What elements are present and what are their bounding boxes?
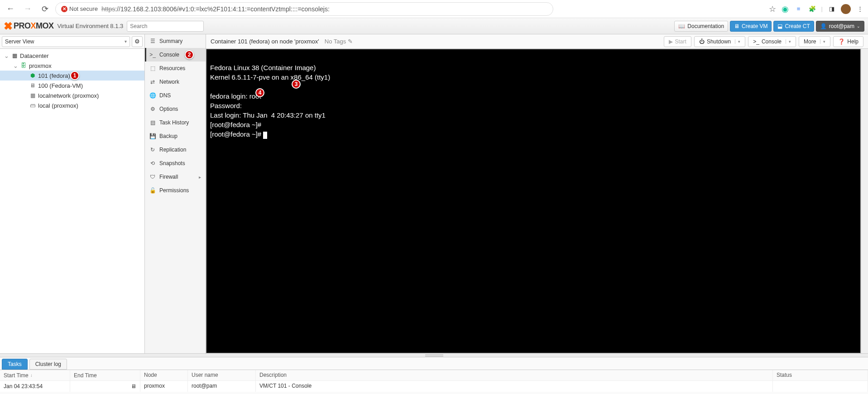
col-description[interactable]: Description — [256, 370, 773, 380]
menu-summary[interactable]: ☰ Summary — [145, 34, 206, 48]
view-selector[interactable]: Server View ▾ — [2, 36, 130, 47]
panel-splitter[interactable] — [0, 354, 868, 357]
storage-icon: 🗃 — [29, 102, 36, 109]
expander-icon[interactable]: ⌄ — [13, 62, 18, 69]
annotation-badge-3: 3 — [292, 80, 301, 89]
url-text: https://192.168.2.103:8006/#v1:0:=lxc%2F… — [101, 5, 330, 13]
sort-down-icon: ↓ — [30, 373, 33, 378]
chevron-down-icon: ▾ — [125, 39, 127, 44]
exchange-icon: ⇄ — [149, 79, 156, 85]
tree-localnetwork[interactable]: ▦ localnetwork (proxmox) — [0, 90, 144, 100]
user-icon: 👤 — [820, 23, 827, 29]
menu-network[interactable]: ⇄ Network — [145, 75, 206, 89]
annotation-badge-2: 2 — [185, 50, 194, 59]
col-node[interactable]: Node — [140, 370, 188, 380]
grammarly-icon[interactable]: ◉ — [781, 5, 790, 14]
list-icon: ☰ — [149, 38, 156, 44]
content-panel: Container 101 (fedora) on node 'proxmox'… — [206, 34, 868, 353]
chevron-right-icon: ▸ — [199, 175, 201, 180]
tree-vm-100[interactable]: 🖥 100 (Fedora-VM) — [0, 81, 144, 90]
extension-icon[interactable]: ≡ — [794, 5, 803, 14]
app-header: ✖ PROXMOX Virtual Environment 8.1.3 📖 Do… — [0, 18, 868, 34]
resource-menu: ☰ Summary >_ Console 2 ⬚ Resources ⇄ Net… — [145, 34, 206, 353]
menu-firewall[interactable]: 🛡 Firewall ▸ — [145, 170, 206, 184]
cursor — [263, 132, 267, 139]
tree-storage-local[interactable]: 🗃 local (proxmox) — [0, 100, 144, 110]
menu-console[interactable]: >_ Console 2 — [145, 48, 206, 62]
tags-editor[interactable]: No Tags ✎ — [325, 38, 353, 45]
monitor-icon: 🖥 — [131, 383, 136, 389]
save-icon: 💾 — [149, 133, 156, 139]
more-button[interactable]: More ▾ — [799, 36, 830, 47]
col-status[interactable]: Status — [773, 370, 868, 380]
console-button[interactable]: >_ Console ▾ — [748, 36, 796, 47]
tree-ct-101[interactable]: ⬢ 101 (fedora) 1 — [0, 71, 144, 81]
col-end-time[interactable]: End Time — [70, 370, 140, 380]
chevron-down-icon[interactable]: ▾ — [786, 39, 791, 44]
user-menu-button[interactable]: 👤 root@pam ⌄ — [816, 21, 864, 32]
reload-button[interactable]: ⟳ — [38, 2, 52, 16]
monitor-icon: 🖥 — [734, 23, 739, 29]
history-icon: ⟲ — [149, 160, 156, 166]
forward-button[interactable]: → — [21, 2, 34, 16]
menu-replication[interactable]: ↻ Replication — [145, 143, 206, 157]
retweet-icon: ↻ — [149, 147, 156, 153]
task-table-header: Start Time ↓ End Time Node User name Des… — [0, 370, 868, 381]
menu-resources[interactable]: ⬚ Resources — [145, 62, 206, 75]
site-security[interactable]: ✕ Not secure — [61, 5, 98, 12]
search-input[interactable] — [127, 21, 204, 32]
cube-icon: ⬚ — [149, 65, 156, 71]
col-start-time[interactable]: Start Time ↓ — [0, 370, 70, 380]
terminal-icon: >_ — [149, 52, 156, 58]
extensions-puzzle-icon[interactable]: 🧩 — [808, 5, 817, 14]
chevron-down-icon[interactable]: ▾ — [820, 39, 825, 44]
col-user[interactable]: User name — [188, 370, 256, 380]
back-button[interactable]: ← — [4, 2, 17, 16]
globe-icon: 🌐 — [149, 92, 156, 99]
bottom-panel: Tasks Cluster log Start Time ↓ End Time … — [0, 353, 868, 394]
resource-tree: ⌄ ▦ Datacenter ⌄ 🗄 proxmox ⬢ 101 (fedora… — [0, 49, 144, 353]
not-secure-icon: ✕ — [61, 6, 67, 12]
network-icon: ▦ — [29, 92, 36, 99]
menu-permissions[interactable]: 🔓 Permissions — [145, 184, 206, 197]
bookmark-icon[interactable]: ☆ — [769, 4, 776, 14]
documentation-button[interactable]: 📖 Documentation — [674, 21, 728, 32]
menu-snapshots[interactable]: ⟲ Snapshots — [145, 157, 206, 170]
proxmox-logo[interactable]: ✖ PROXMOX — [4, 20, 54, 33]
browser-menu-icon[interactable]: ⋮ — [855, 5, 864, 14]
container-icon: ⬢ — [29, 72, 36, 79]
annotation-badge-4: 4 — [255, 88, 264, 97]
tab-tasks[interactable]: Tasks — [2, 359, 28, 370]
gear-icon: ⚙ — [134, 38, 140, 45]
datacenter-icon: ▦ — [11, 52, 18, 59]
tree-settings-button[interactable]: ⚙ — [132, 36, 143, 47]
address-bar[interactable]: ✕ Not secure https://192.168.2.103:8006/… — [55, 2, 553, 16]
browser-toolbar: ← → ⟳ ✕ Not secure https://192.168.2.103… — [0, 0, 868, 18]
menu-options[interactable]: ⚙ Options — [145, 102, 206, 116]
task-row[interactable]: Jan 04 23:43:54 🖥 proxmox root@pam VM/CT… — [0, 381, 868, 392]
shutdown-button[interactable]: ⏻ Shutdown ▾ — [694, 36, 745, 47]
left-panel: Server View ▾ ⚙ ⌄ ▦ Datacenter ⌄ 🗄 proxm… — [0, 34, 145, 353]
help-icon: ❓ — [838, 38, 845, 45]
create-vm-button[interactable]: 🖥 Create VM — [730, 21, 772, 32]
tree-datacenter[interactable]: ⌄ ▦ Datacenter — [0, 51, 144, 61]
not-secure-label: Not secure — [69, 5, 98, 12]
tab-cluster-log[interactable]: Cluster log — [29, 359, 67, 370]
monitor-icon: 🖥 — [29, 82, 36, 89]
menu-task-history[interactable]: ▤ Task History — [145, 116, 206, 129]
menu-dns[interactable]: 🌐 DNS — [145, 89, 206, 102]
expander-icon[interactable]: ⌄ — [4, 52, 9, 59]
chevron-down-icon[interactable]: ▾ — [735, 39, 740, 44]
terminal-icon: >_ — [753, 38, 759, 45]
console-scrollbar[interactable] — [861, 49, 868, 353]
tree-node-proxmox[interactable]: ⌄ 🗄 proxmox — [0, 61, 144, 71]
main-area: Server View ▾ ⚙ ⌄ ▦ Datacenter ⌄ 🗄 proxm… — [0, 34, 868, 353]
menu-backup[interactable]: 💾 Backup — [145, 129, 206, 143]
list-alt-icon: ▤ — [149, 119, 156, 126]
help-button[interactable]: ❓ Help — [833, 36, 863, 47]
console-terminal[interactable]: Fedora Linux 38 (Container Image) Kernel… — [206, 49, 861, 353]
profile-avatar[interactable] — [841, 4, 851, 14]
panel-icon[interactable]: ◨ — [827, 5, 836, 14]
create-ct-button[interactable]: ⬓ Create CT — [773, 21, 814, 32]
start-button[interactable]: ▶ Start — [664, 36, 691, 47]
